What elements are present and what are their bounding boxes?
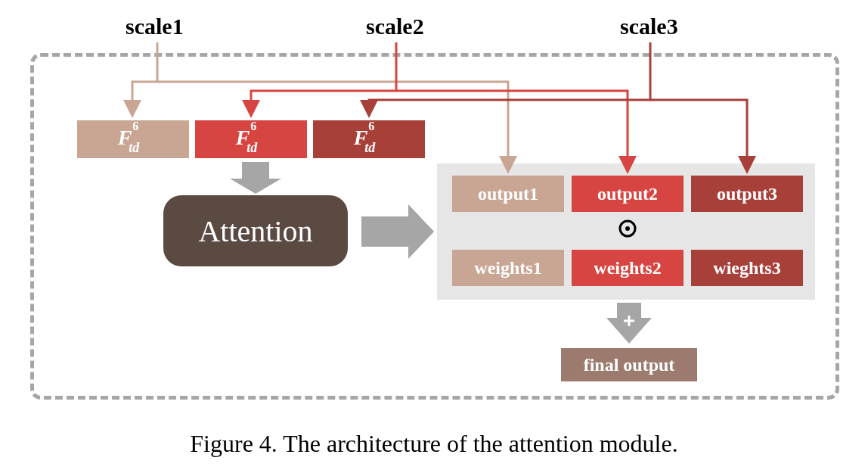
weights3-box: wieghts3	[691, 250, 803, 286]
diagram-canvas: scale1 scale2 scale3 F6td F6td F6td Atte…	[0, 0, 868, 473]
ftd-box-scale2: F6td	[195, 120, 307, 158]
ftd1-text: F6td	[118, 126, 149, 154]
hadamard-dot-icon	[618, 219, 637, 238]
scale2-label: scale2	[366, 14, 424, 39]
scale1-label: scale1	[126, 14, 184, 39]
figure-caption: Figure 4. The architecture of the attent…	[0, 430, 868, 458]
weights2-box: weights2	[572, 250, 684, 286]
attention-text: Attention	[198, 213, 312, 249]
output1-box: output1	[452, 176, 564, 212]
scale3-label: scale3	[620, 14, 678, 39]
output3-box: output3	[691, 176, 803, 212]
ftd3-text: F6td	[354, 126, 385, 154]
weights2-text: weights2	[594, 258, 661, 279]
weights1-box: weights1	[452, 250, 564, 286]
weights3-text: wieghts3	[713, 258, 780, 279]
output2-box: output2	[572, 176, 684, 212]
weights1-text: weights1	[474, 258, 541, 279]
ftd2-text: F6td	[236, 126, 267, 154]
output1-text: output1	[478, 184, 538, 204]
svg-point-1	[625, 226, 630, 231]
ftd-box-scale1: F6td	[77, 120, 189, 158]
final-output-text: final output	[584, 355, 675, 375]
ftd-box-scale3: F6td	[313, 120, 425, 158]
output2-text: output2	[597, 184, 658, 204]
attention-block: Attention	[163, 195, 348, 266]
final-output-box: final output	[561, 348, 697, 381]
output3-text: output3	[717, 184, 777, 204]
